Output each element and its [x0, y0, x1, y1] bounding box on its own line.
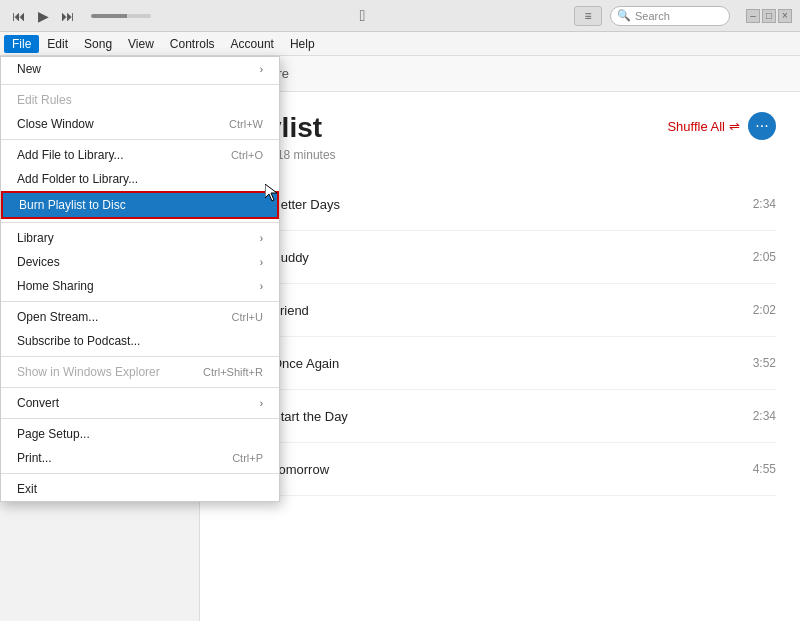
menu-item-label: Edit Rules — [17, 93, 72, 107]
menu-item-shortcut: Ctrl+U — [232, 311, 263, 323]
search-icon: 🔍 — [617, 9, 631, 22]
menu-help[interactable]: Help — [282, 35, 323, 53]
menu-view[interactable]: View — [120, 35, 162, 53]
shuffle-label: Shuffle All — [667, 119, 725, 134]
menu-item-add-file-to-library[interactable]: Add File to Library...Ctrl+O — [1, 143, 279, 167]
menu-item-label: Exit — [17, 482, 37, 496]
menu-separator — [1, 301, 279, 302]
menu-item-devices[interactable]: Devices› — [1, 250, 279, 274]
menu-item-subscribe-to-podcast[interactable]: Subscribe to Podcast... — [1, 329, 279, 353]
search-placeholder: Search — [635, 10, 670, 22]
menu-item-label: Library — [17, 231, 54, 245]
menu-item-label: Page Setup... — [17, 427, 90, 441]
song-duration: 2:34 — [753, 197, 776, 211]
song-row[interactable]: ♪Start the Day2:34 — [224, 390, 776, 443]
window-controls: – □ × — [746, 9, 792, 23]
file-menu-dropdown: New›Edit RulesClose WindowCtrl+WAdd File… — [0, 56, 280, 502]
restore-button[interactable]: □ — [762, 9, 776, 23]
menu-item-shortcut: Ctrl+Shift+R — [203, 366, 263, 378]
menu-item-label: Close Window — [17, 117, 94, 131]
volume-slider[interactable] — [91, 14, 151, 18]
menu-item-label: Convert — [17, 396, 59, 410]
title-bar: ⏮ ▶ ⏭  ≡ 🔍 Search – □ × — [0, 0, 800, 32]
menu-separator — [1, 356, 279, 357]
apple-logo-icon:  — [360, 7, 366, 25]
song-name: Friend — [272, 303, 745, 318]
menu-separator — [1, 222, 279, 223]
menu-controls[interactable]: Controls — [162, 35, 223, 53]
song-list: ♪Better Days2:34♪Buddy2:05♪Friend2:02♪On… — [224, 178, 776, 496]
menu-item-label: Open Stream... — [17, 310, 98, 324]
song-duration: 3:52 — [753, 356, 776, 370]
menu-item-add-folder-to-library[interactable]: Add Folder to Library... — [1, 167, 279, 191]
song-name: Buddy — [272, 250, 745, 265]
submenu-arrow-icon: › — [260, 257, 263, 268]
menu-item-label: Show in Windows Explorer — [17, 365, 160, 379]
rewind-button[interactable]: ⏮ — [8, 8, 30, 24]
menu-song[interactable]: Song — [76, 35, 120, 53]
menu-separator — [1, 84, 279, 85]
playlist-header: Playlist 6 songs • 18 minutes Shuffle Al… — [224, 112, 776, 162]
menu-item-label: Devices — [17, 255, 60, 269]
song-name: Tomorrow — [272, 462, 745, 477]
play-button[interactable]: ▶ — [34, 8, 53, 24]
minimize-button[interactable]: – — [746, 9, 760, 23]
menu-item-close-window[interactable]: Close WindowCtrl+W — [1, 112, 279, 136]
song-row[interactable]: ♪Tomorrow4:55 — [224, 443, 776, 496]
menu-item-exit[interactable]: Exit — [1, 477, 279, 501]
song-duration: 2:02 — [753, 303, 776, 317]
menu-item-print[interactable]: Print...Ctrl+P — [1, 446, 279, 470]
song-row[interactable]: ♪Buddy2:05 — [224, 231, 776, 284]
menu-bar: File Edit Song View Controls Account Hel… — [0, 32, 800, 56]
close-button[interactable]: × — [778, 9, 792, 23]
menu-item-shortcut: Ctrl+W — [229, 118, 263, 130]
song-duration: 2:05 — [753, 250, 776, 264]
menu-item-label: Burn Playlist to Disc — [19, 198, 126, 212]
list-view-button[interactable]: ≡ — [574, 6, 602, 26]
menu-item-home-sharing[interactable]: Home Sharing› — [1, 274, 279, 298]
menu-file[interactable]: File — [4, 35, 39, 53]
menu-item-label: Add File to Library... — [17, 148, 124, 162]
submenu-arrow-icon: › — [260, 64, 263, 75]
song-row[interactable]: ♪Once Again3:52 — [224, 337, 776, 390]
submenu-arrow-icon: › — [260, 233, 263, 244]
menu-separator — [1, 473, 279, 474]
menu-separator — [1, 418, 279, 419]
song-name: Start the Day — [272, 409, 745, 424]
menu-item-shortcut: Ctrl+P — [232, 452, 263, 464]
song-duration: 4:55 — [753, 462, 776, 476]
song-name: Once Again — [272, 356, 745, 371]
menu-item-edit-rules: Edit Rules — [1, 88, 279, 112]
more-options-button[interactable]: ··· — [748, 112, 776, 140]
submenu-arrow-icon: › — [260, 281, 263, 292]
menu-item-burn-playlist-to-disc[interactable]: Burn Playlist to Disc — [1, 191, 279, 219]
menu-item-label: Add Folder to Library... — [17, 172, 138, 186]
menu-item-new[interactable]: New› — [1, 57, 279, 81]
title-bar-right: ≡ 🔍 Search – □ × — [574, 6, 792, 26]
playlist-actions: Shuffle All ⇌ ··· — [667, 112, 776, 140]
transport-controls: ⏮ ▶ ⏭ — [8, 8, 151, 24]
more-icon: ··· — [755, 117, 768, 135]
song-name: Better Days — [272, 197, 745, 212]
search-box[interactable]: 🔍 Search — [610, 6, 730, 26]
song-row[interactable]: ♪Friend2:02 — [224, 284, 776, 337]
menu-item-page-setup[interactable]: Page Setup... — [1, 422, 279, 446]
menu-item-open-stream[interactable]: Open Stream...Ctrl+U — [1, 305, 279, 329]
menu-edit[interactable]: Edit — [39, 35, 76, 53]
menu-account[interactable]: Account — [223, 35, 282, 53]
menu-item-shortcut: Ctrl+O — [231, 149, 263, 161]
fastforward-button[interactable]: ⏭ — [57, 8, 79, 24]
title-bar-center:  — [360, 7, 366, 25]
song-row[interactable]: ♪Better Days2:34 — [224, 178, 776, 231]
menu-item-show-in-windows-explorer: Show in Windows ExplorerCtrl+Shift+R — [1, 360, 279, 384]
menu-item-label: New — [17, 62, 41, 76]
menu-item-label: Subscribe to Podcast... — [17, 334, 140, 348]
menu-item-label: Print... — [17, 451, 52, 465]
menu-item-library[interactable]: Library› — [1, 226, 279, 250]
song-duration: 2:34 — [753, 409, 776, 423]
shuffle-all-button[interactable]: Shuffle All ⇌ — [667, 119, 740, 134]
menu-item-convert[interactable]: Convert› — [1, 391, 279, 415]
menu-separator — [1, 387, 279, 388]
menu-separator — [1, 139, 279, 140]
menu-item-label: Home Sharing — [17, 279, 94, 293]
